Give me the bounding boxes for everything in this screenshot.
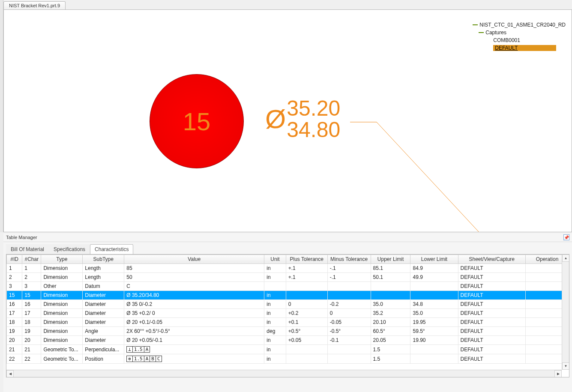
column-header[interactable]: SubType [83, 255, 124, 264]
table-cell: DEFAULT [458, 309, 525, 318]
table-cell [327, 354, 371, 364]
column-header[interactable]: Plus Tolerance [286, 255, 327, 264]
table-cell: 84.9 [410, 264, 458, 273]
tree-item-default[interactable]: DEFAULT [471, 44, 567, 52]
model-viewport[interactable]: 15 Ø 35.20 34.80 NIST_CTC_01_ASME1_CR204… [3, 9, 572, 232]
table-cell: C [124, 282, 264, 291]
table-cell: -0.5° [327, 327, 371, 336]
column-header[interactable]: #ID [7, 255, 22, 264]
tree-item-comb0001[interactable]: COMB0001 [471, 36, 567, 44]
tree-root[interactable]: NIST_CTC_01_ASME1_CR2040_RD [471, 21, 567, 29]
table-cell: 1 [7, 264, 22, 273]
table-cell: +.1 [286, 264, 327, 273]
table-row[interactable]: 22DimensionLength50in+.1-.150.149.9DEFAU… [7, 273, 569, 282]
scroll-right-icon[interactable]: ▶ [554, 370, 562, 377]
table-cell: Perpendicula... [83, 345, 124, 354]
table-cell [410, 282, 458, 291]
table-row[interactable]: 2020DimensionDiameterØ 20 +0.05/-0.1in+0… [7, 336, 569, 345]
diameter-symbol-icon: Ø [265, 106, 286, 132]
table-cell: 19.90 [410, 336, 458, 345]
table-row[interactable]: 2222Geometric To...Position⊕1.5ABCin1.5D… [7, 354, 569, 364]
table-cell: +0.2 [286, 309, 327, 318]
panel-title: Table Manager [6, 235, 37, 240]
pin-icon[interactable]: 📌 [563, 234, 569, 240]
scroll-left-icon[interactable]: ◀ [6, 370, 14, 377]
table-cell: Dimension [41, 291, 83, 300]
table-cell: Dimension [41, 300, 83, 309]
column-header[interactable]: Lower Limit [410, 255, 458, 264]
table-row[interactable]: 1717DimensionDiameterØ 35 +0.2/ 0in+0.20… [7, 309, 569, 318]
dimension-annotation[interactable]: Ø 35.20 34.80 [265, 98, 340, 141]
table-cell: 22 [7, 354, 22, 364]
table-cell: 60.5° [371, 327, 410, 336]
table-cell: Other [41, 282, 83, 291]
tab-bill-of-material[interactable]: Bill Of Material [6, 244, 49, 254]
table-cell: Dimension [41, 318, 83, 327]
table-cell: Diameter [83, 291, 124, 300]
document-tab[interactable]: NIST Bracket Rev1.prt.9 [3, 1, 66, 9]
dimension-lower: 34.80 [287, 119, 340, 141]
capture-tree: NIST_CTC_01_ASME1_CR2040_RD Captures COM… [471, 21, 567, 52]
column-header[interactable]: Value [124, 255, 264, 264]
tab-characteristics[interactable]: Characteristics [90, 244, 133, 254]
table-cell: Ø 20 +0.05/-0.1 [124, 336, 264, 345]
table-cell: DEFAULT [458, 327, 525, 336]
tree-captures[interactable]: Captures [471, 29, 567, 36]
horizontal-scrollbar[interactable]: ◀ ▶ [6, 370, 562, 377]
table-row[interactable]: 1919DimensionAngle2X 60°° +0.5°/-0.5°deg… [7, 327, 569, 336]
column-header[interactable]: Upper Limit [371, 255, 410, 264]
table-cell: Dimension [41, 264, 83, 273]
lower-tabstrip: Bill Of Material Specifications Characte… [3, 242, 572, 254]
table-cell: 35.0 [371, 300, 410, 309]
table-row[interactable]: 1515DimensionDiameterØ 35.20/34.80inDEFA… [7, 291, 569, 300]
table-cell: DEFAULT [458, 354, 525, 364]
table-cell: 1 [22, 264, 41, 273]
table-cell: 18 [7, 318, 22, 327]
column-header[interactable]: Sheet/View/Capture [458, 255, 525, 264]
table-cell: 1.5 [371, 354, 410, 364]
table-cell: in [264, 309, 286, 318]
vertical-scrollbar[interactable]: ▲ ▼ [562, 254, 569, 370]
table-cell: Diameter [83, 309, 124, 318]
table-cell: 16 [22, 300, 41, 309]
gdt-feature-control-frame: ⊕1.5ABC [126, 356, 162, 362]
table-cell: ⊥1.5A [124, 345, 264, 354]
scroll-down-icon[interactable]: ▼ [562, 362, 569, 370]
table-cell: 35.0 [410, 309, 458, 318]
table-cell: +0.5° [286, 327, 327, 336]
column-header[interactable]: Minus Tolerance [327, 255, 371, 264]
table-cell: ⊕1.5ABC [124, 354, 264, 364]
table-cell: DEFAULT [458, 318, 525, 327]
table-cell: in [264, 291, 286, 300]
table-cell: 22 [22, 354, 41, 364]
table-cell: DEFAULT [458, 264, 525, 273]
table-cell [286, 282, 327, 291]
table-row[interactable]: 1818DimensionDiameterØ 20 +0.1/-0.05in+0… [7, 318, 569, 327]
scroll-up-icon[interactable]: ▲ [562, 254, 569, 262]
table-cell: 19 [7, 327, 22, 336]
column-header[interactable]: Type [41, 255, 83, 264]
table-cell: Geometric To... [41, 354, 83, 364]
tab-specifications[interactable]: Specifications [49, 244, 90, 254]
table-row[interactable]: 11DimensionLength85in+.1-.185.184.9DEFAU… [7, 264, 569, 273]
table-cell: in [264, 336, 286, 345]
table-cell: Dimension [41, 327, 83, 336]
table-row[interactable]: 1616DimensionDiameterØ 35 0/-0.2in0-0.23… [7, 300, 569, 309]
table-row[interactable]: 33OtherDatumCDEFAULT [7, 282, 569, 291]
table-cell: Length [83, 264, 124, 273]
characteristic-balloon[interactable]: 15 [150, 74, 244, 168]
table-cell [327, 291, 371, 300]
table-cell: 49.9 [410, 273, 458, 282]
table-cell: 2 [22, 273, 41, 282]
tree-root-label: NIST_CTC_01_ASME1_CR2040_RD [479, 22, 566, 28]
table-cell: 50 [124, 273, 264, 282]
table-cell: 15 [7, 291, 22, 300]
column-header[interactable]: #Char [22, 255, 41, 264]
table-cell: 1.5 [371, 345, 410, 354]
table-cell: 17 [7, 309, 22, 318]
table-cell: 21 [7, 345, 22, 354]
column-header[interactable]: Unit [264, 255, 286, 264]
table-cell: -0.05 [327, 318, 371, 327]
table-cell [410, 345, 458, 354]
table-row[interactable]: 2121Geometric To...Perpendicula...⊥1.5Ai… [7, 345, 569, 354]
